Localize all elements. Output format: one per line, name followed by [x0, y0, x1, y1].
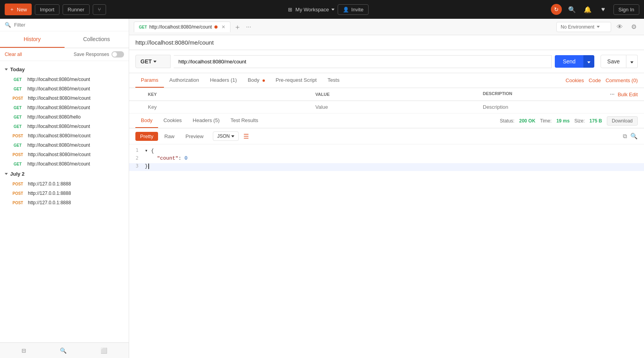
req-tab-headers[interactable]: Headers (1): [205, 73, 243, 88]
request-row: GET Send Save: [135, 55, 638, 68]
env-selector: No Environment 👁 ⚙: [556, 22, 639, 32]
invite-button[interactable]: 👤 Invite: [338, 4, 369, 15]
sign-in-button[interactable]: Sign In: [613, 4, 639, 15]
key-input[interactable]: [148, 104, 303, 110]
format-dropdown[interactable]: JSON: [213, 131, 239, 141]
workspace-button[interactable]: My Workspace: [295, 7, 335, 13]
res-body-tab-raw[interactable]: Raw: [160, 132, 179, 141]
eye-icon[interactable]: 👁: [614, 22, 625, 32]
topbar-icons: ↻ 🔍 🔔 ♥ Sign In: [551, 4, 639, 15]
save-dropdown-button[interactable]: [626, 55, 638, 68]
left-actions: Clear all Save Responses: [0, 48, 129, 61]
req-tab-right: Cookies Code Comments (0): [566, 77, 638, 83]
wrap-icon[interactable]: ☰: [243, 133, 249, 140]
list-item[interactable]: GET http://localhost:8080/me/count: [0, 75, 129, 84]
comments-link[interactable]: Comments (0): [606, 77, 638, 83]
list-item[interactable]: POST http://127.0.0.1:8888: [0, 198, 129, 207]
clear-all-button[interactable]: Clear all: [5, 52, 22, 57]
params-empty-row: [129, 101, 644, 113]
request-area: GET Send Save: [129, 50, 644, 73]
filter-input[interactable]: [14, 22, 124, 28]
notification-bell-button[interactable]: 🔔: [582, 4, 593, 15]
tab-history[interactable]: History: [0, 31, 65, 48]
tab-collections[interactable]: Collections: [65, 31, 129, 48]
code-link[interactable]: Code: [589, 77, 601, 83]
collapse-arrow[interactable]: ▾: [145, 148, 148, 154]
search-bottom-icon[interactable]: 🔍: [60, 347, 67, 354]
tab-bar: GET http://localhost:8080/me/count ✕ ＋ ·…: [129, 19, 644, 35]
req-tab-authorization[interactable]: Authorization: [164, 73, 205, 88]
method-badge: GET: [11, 115, 24, 120]
tab-close-button[interactable]: ✕: [221, 24, 225, 30]
list-item[interactable]: POST http://127.0.0.1:8888: [0, 189, 129, 198]
res-body-tab-preview[interactable]: Preview: [181, 132, 208, 141]
copy-icon[interactable]: ⧉: [623, 133, 627, 140]
res-body-tab-pretty[interactable]: Pretty: [135, 132, 158, 141]
method-badge: POST: [11, 191, 25, 196]
settings-icon[interactable]: ⚙: [628, 22, 639, 32]
new-tab-button[interactable]: ＋: [232, 22, 243, 32]
send-dropdown-button[interactable]: [583, 55, 594, 68]
section-today[interactable]: Today: [0, 64, 129, 75]
list-item[interactable]: GET http://localhost:8080/me/count: [0, 140, 129, 150]
runner-button[interactable]: Runner: [63, 4, 90, 15]
list-item[interactable]: GET http://localhost:8080/me/count: [0, 103, 129, 112]
url-input[interactable]: [174, 55, 552, 68]
history-url: http://localhost:8080/me/count: [27, 161, 90, 167]
key-column-header: KEY: [142, 88, 309, 101]
left-bottom-bar: ⊟ 🔍 ⬜: [0, 342, 129, 358]
search-button[interactable]: 🔍: [567, 4, 577, 15]
save-responses-toggle[interactable]: [112, 51, 124, 58]
section-july2-title: July 2: [10, 171, 25, 177]
new-button[interactable]: ＋ New: [5, 4, 32, 15]
method-badge: POST: [11, 96, 25, 101]
res-tab-body[interactable]: Body: [135, 113, 158, 128]
list-item[interactable]: POST http://localhost:8080/me/count: [0, 150, 129, 159]
search-response-icon[interactable]: 🔍: [630, 133, 638, 140]
more-options-icon[interactable]: ···: [610, 91, 615, 97]
request-tab-active[interactable]: GET http://localhost:8080/me/count ✕: [134, 22, 230, 32]
search-icon: 🔍: [5, 22, 11, 28]
response-meta: Status: 200 OK Time: 19 ms Size: 175 B D…: [500, 116, 638, 126]
send-button[interactable]: Send: [555, 55, 583, 68]
main-layout: 🔍 History Collections Clear all Save Res…: [0, 19, 644, 358]
req-tab-pre-request[interactable]: Pre-request Script: [270, 73, 322, 88]
status-value: 200 OK: [519, 118, 535, 124]
env-chevron-icon: [597, 26, 600, 28]
left-panel: 🔍 History Collections Clear all Save Res…: [0, 19, 129, 358]
list-item[interactable]: GET http://localhost:8080/me/count: [0, 84, 129, 94]
new-tab-icon[interactable]: ⬜: [101, 347, 107, 354]
layout-icon[interactable]: ⊟: [22, 347, 26, 354]
history-url: http://localhost:8080/me/count: [27, 124, 90, 129]
history-url: http://localhost:8080/me/count: [28, 152, 90, 157]
chevron-july2-icon: [5, 173, 8, 175]
import-button[interactable]: Import: [35, 4, 59, 15]
tab-more-button[interactable]: ···: [246, 23, 251, 31]
download-button[interactable]: Download: [607, 116, 638, 126]
res-tab-cookies[interactable]: Cookies: [158, 113, 187, 128]
list-item[interactable]: GET http://localhost:8080/hello: [0, 112, 129, 122]
description-input[interactable]: [483, 104, 638, 110]
list-item[interactable]: GET http://localhost:8080/me/count: [0, 122, 129, 131]
req-tab-body[interactable]: Body: [242, 73, 270, 88]
fork-button[interactable]: ⑂: [93, 4, 106, 15]
list-item[interactable]: POST http://localhost:8080/me/count: [0, 94, 129, 103]
res-tab-test-results[interactable]: Test Results: [225, 113, 264, 128]
cookies-link[interactable]: Cookies: [566, 77, 584, 83]
save-button[interactable]: Save: [601, 55, 626, 68]
req-tab-params[interactable]: Params: [135, 73, 164, 88]
sync-button[interactable]: ↻: [551, 4, 562, 15]
save-responses-label: Save Responses: [74, 52, 109, 57]
line-number-2: 2: [129, 155, 145, 161]
env-dropdown[interactable]: No Environment: [556, 22, 611, 32]
list-item[interactable]: POST http://127.0.0.1:8888: [0, 179, 129, 189]
list-item[interactable]: POST http://localhost:8080/me/count: [0, 131, 129, 140]
res-tab-headers[interactable]: Headers (5): [187, 113, 225, 128]
req-tab-tests[interactable]: Tests: [322, 73, 345, 88]
bulk-edit-button[interactable]: Bulk Edit: [618, 92, 638, 97]
value-input[interactable]: [315, 104, 470, 110]
section-july2[interactable]: July 2: [0, 169, 129, 179]
method-dropdown[interactable]: GET: [135, 55, 171, 68]
heart-button[interactable]: ♥: [598, 4, 609, 15]
list-item[interactable]: GET http://localhost:8080/me/count: [0, 159, 129, 169]
